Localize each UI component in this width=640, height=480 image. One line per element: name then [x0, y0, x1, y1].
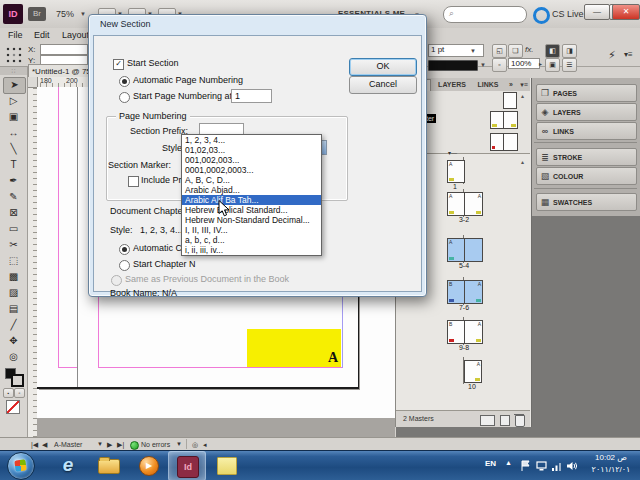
quick-apply-icon[interactable]: ⚡ — [608, 48, 616, 62]
stroke-style-selector[interactable] — [428, 60, 478, 71]
start-page-numbering-radio[interactable] — [119, 92, 130, 103]
dock-button-swatches[interactable]: ▦SWATCHES — [536, 193, 637, 211]
taskbar-notes-icon[interactable] — [208, 451, 244, 479]
style-option-7[interactable]: Hebrew Biblical Standard... — [182, 205, 321, 215]
rectangle-tool[interactable]: ▭ — [3, 221, 24, 236]
margin-guide-left[interactable] — [58, 87, 59, 367]
margin-guide-bottom-left-page[interactable] — [58, 367, 77, 368]
stroke-weight-caret-icon[interactable]: ▼ — [470, 44, 476, 58]
drop-shadow-icon[interactable]: ❏ — [508, 44, 523, 58]
corner-options-icon[interactable]: ◱ — [492, 44, 507, 58]
start-button[interactable] — [7, 452, 35, 480]
tab-links[interactable]: LINKS — [473, 79, 503, 91]
gap-tool[interactable]: ↔ — [3, 125, 24, 140]
style-option-1[interactable]: 01,02,03... — [182, 145, 321, 155]
eyedropper-tool[interactable]: ╱ — [3, 317, 24, 332]
type-tool[interactable]: T — [3, 157, 24, 172]
free-transform-tool[interactable]: ⬚ — [3, 253, 24, 268]
page-label-3-2[interactable]: 3-2 — [439, 216, 489, 223]
page-label-7-6[interactable]: 7-6 — [439, 304, 489, 311]
dock-button-links[interactable]: ∞LINKS — [536, 122, 637, 140]
yellow-text-frame[interactable]: A — [247, 329, 341, 367]
opacity-caret-icon[interactable]: ▸ — [539, 57, 542, 71]
page-label-10[interactable]: 10 — [456, 383, 488, 390]
margin-guide-bottom-right-page[interactable] — [98, 367, 342, 368]
taskbar-internet-explorer-icon[interactable]: e — [50, 451, 86, 479]
gradient-tool[interactable]: ▩ — [3, 269, 24, 284]
page-thumbnail-3-2[interactable]: AA — [447, 192, 483, 216]
panel-menu-icon[interactable]: ▾≡ — [518, 79, 530, 91]
pages-scroll-up-icon[interactable]: ▴ — [521, 158, 524, 165]
style-option-4[interactable]: A, B, C, D... — [182, 175, 321, 185]
align-icon[interactable]: ▣ — [545, 58, 560, 72]
pencil-tool[interactable]: ✎ — [3, 189, 24, 204]
next-page-button[interactable]: ▶ — [107, 440, 112, 449]
control-panel-menu-icon[interactable]: ▾≡ — [624, 48, 633, 62]
new-page-icon[interactable] — [500, 415, 510, 426]
apply-color-icon[interactable]: ▪ — [3, 388, 14, 398]
style-option-5[interactable]: Arabic Abjad... — [182, 185, 321, 195]
fill-indicator-icon[interactable]: ◧ — [545, 44, 560, 58]
x-coordinate-field[interactable] — [40, 44, 88, 55]
tray-network-icon[interactable] — [536, 458, 548, 470]
style-option-8[interactable]: Hebrew Non-Standard Decimal... — [182, 215, 321, 225]
automatic-chapter-radio[interactable] — [119, 244, 130, 255]
zoom-tool[interactable]: ◎ — [3, 349, 24, 364]
style-option-0[interactable]: 1, 2, 3, 4... — [182, 135, 321, 145]
page-select-caret-icon[interactable]: ▼ — [97, 440, 103, 449]
ok-button[interactable]: OK — [349, 58, 417, 76]
tray-language-indicator[interactable]: EN — [485, 459, 496, 468]
hand-tool[interactable]: ✥ — [3, 333, 24, 348]
style-option-6[interactable]: Arabic Alif Ba Tah... — [182, 195, 321, 205]
status-collapse-icon[interactable]: ◂ — [203, 440, 207, 449]
masters-scroll-up-icon[interactable]: ▴ — [521, 92, 524, 99]
tray-volume-icon[interactable] — [566, 458, 578, 470]
style-option-3[interactable]: 0001,0002,0003... — [182, 165, 321, 175]
preview-mode-button[interactable] — [6, 400, 20, 414]
include-prefix-checkbox[interactable] — [128, 176, 139, 187]
opacity-field[interactable]: 100% — [508, 58, 540, 69]
zoom-caret-icon[interactable]: ▼ — [80, 7, 86, 21]
start-page-number-field[interactable]: 1 — [231, 89, 272, 103]
stroke-style-caret-icon[interactable]: ▼ — [480, 58, 486, 72]
direct-selection-tool[interactable]: ▷ — [3, 93, 24, 108]
scissors-tool[interactable]: ✂ — [3, 237, 24, 252]
menu-file[interactable]: File — [8, 30, 23, 40]
opacity-grid-icon[interactable]: ▫ — [492, 58, 507, 72]
style-option-2[interactable]: 001,002,003... — [182, 155, 321, 165]
stroke-indicator-icon[interactable]: ◨ — [562, 44, 577, 58]
taskbar-media-player-icon[interactable]: ▶ — [130, 451, 166, 479]
cs-live-label[interactable]: CS Live — [552, 7, 584, 21]
new-spread-icon[interactable] — [480, 415, 495, 426]
section-divider-handle-icon[interactable]: ▾— — [448, 149, 457, 156]
preflight-panel-icon[interactable]: ◎ — [192, 440, 198, 449]
page-tool[interactable]: ▣ — [3, 109, 24, 124]
delete-page-trash-icon[interactable] — [515, 415, 525, 427]
frame-tool[interactable]: ⊠ — [3, 205, 24, 220]
tray-action-center-flag-icon[interactable] — [520, 458, 532, 470]
menu-edit[interactable]: Edit — [34, 30, 50, 40]
dock-button-pages[interactable]: ❐PAGES — [536, 84, 637, 102]
line-tool[interactable]: ╲ — [3, 141, 24, 156]
style-option-9[interactable]: I, II, III, IV... — [182, 225, 321, 235]
page-thumbnail-10[interactable]: A — [464, 360, 482, 383]
pen-tool[interactable]: ✒ — [3, 173, 24, 188]
page-thumbnail-9-8[interactable]: BA — [447, 320, 483, 344]
stroke-swatch[interactable] — [11, 374, 24, 387]
reference-point-proxy-icon[interactable] — [5, 46, 22, 63]
master-b-thumbnail[interactable] — [490, 133, 518, 151]
taskbar-indesign-icon-active[interactable]: Id — [168, 451, 206, 480]
tray-signal-bars-icon[interactable] — [551, 458, 563, 470]
start-section-checkbox[interactable]: ✓ — [113, 59, 124, 70]
panel-collapse-icon[interactable]: » — [506, 79, 516, 91]
page-label-1[interactable]: 1 — [439, 183, 471, 190]
master-a-thumbnail[interactable] — [490, 111, 518, 129]
cancel-button[interactable]: Cancel — [349, 76, 417, 94]
effects-fx-button[interactable]: fx. — [525, 43, 533, 57]
taskbar-explorer-folder-icon[interactable] — [90, 451, 126, 479]
preflight-status-label[interactable]: No errors — [141, 440, 170, 449]
chapter-style-value[interactable]: 1, 2, 3, 4... — [140, 225, 183, 235]
previous-page-button[interactable]: ◀ — [42, 440, 47, 449]
style-option-11[interactable]: i, ii, iii, iv... — [182, 245, 321, 255]
tray-show-hidden-icon[interactable]: ▲ — [505, 459, 512, 466]
